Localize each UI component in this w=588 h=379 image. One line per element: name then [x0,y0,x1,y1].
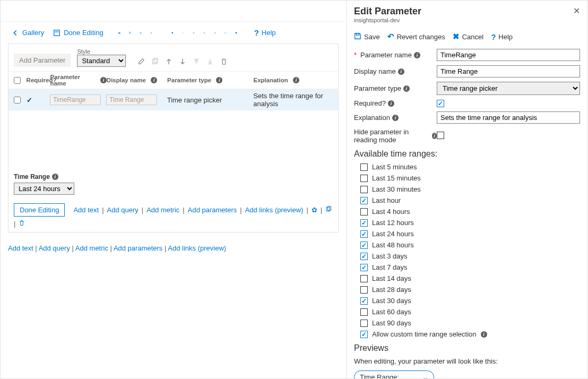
info-icon: i [388,100,394,107]
time-range-select[interactable]: Last 24 hours [14,183,74,195]
heart-icon[interactable] [232,29,240,37]
header-expl: Explanation [254,77,288,83]
info-icon: i [414,52,420,58]
display-name-input[interactable] [437,65,580,77]
time-range-checkbox[interactable] [360,230,368,238]
help-button[interactable]: ?Help [491,32,513,41]
close-x-icon[interactable] [179,29,187,37]
time-range-item: Last 7 days [360,263,580,271]
info-icon: i [481,331,487,338]
time-range-item: Last 48 hours [360,241,580,249]
save-icon [354,32,361,41]
move-bottom-icon[interactable] [206,58,214,67]
time-range-item: Last 28 days [360,286,580,294]
time-range-checkbox[interactable] [360,253,368,260]
time-range-checkbox[interactable] [360,186,368,193]
time-range-checkbox[interactable] [360,175,368,182]
required-checkbox[interactable] [437,100,444,107]
svg-rect-1 [55,31,59,32]
table-row[interactable]: ✓ Time range picker Sets the time range … [8,89,338,110]
explanation-input[interactable] [437,111,580,124]
copy-icon[interactable] [151,58,159,67]
add-links-link[interactable]: Add links (preview) [245,206,304,214]
down-icon[interactable] [179,58,186,67]
pin-icon[interactable] [211,29,219,37]
time-range-checkbox[interactable] [360,163,368,171]
style-select[interactable]: Standard [77,55,126,67]
select-all-checkbox[interactable] [14,77,21,84]
time-range-label: Last 60 days [372,308,411,316]
gallery-button[interactable]: Gallery [8,27,47,39]
add-text-link[interactable]: Add text [73,206,99,214]
parameter-name-input[interactable] [437,49,580,61]
info-icon: i [151,77,157,83]
time-range-label: Last 48 hours [372,241,414,249]
add-text-bottom[interactable]: Add text [8,244,33,252]
info-icon: i [100,77,106,83]
allow-custom-checkbox[interactable] [360,331,368,338]
preview-dropdown[interactable]: Time Range: ⌄ [354,371,434,378]
help-button[interactable]: ? Help [251,26,279,39]
save-icon[interactable] [126,29,134,37]
add-query-bottom[interactable]: Add query [39,244,70,252]
info-icon: i [403,85,410,92]
time-range-checkbox[interactable] [360,297,368,305]
svg-rect-2 [129,32,131,32]
done-editing-block-button[interactable]: Done Editing [14,203,65,217]
save-button[interactable]: Save [354,32,380,41]
hide-checkbox[interactable] [437,132,444,139]
info-icon: i [52,174,58,180]
time-range-checkbox[interactable] [360,320,368,327]
info-icon: i [398,68,404,75]
add-query-link[interactable]: Add query [107,206,139,214]
time-range-checkbox[interactable] [360,242,368,249]
row-ptype: Time range picker [163,96,249,104]
code-icon[interactable] [221,29,230,37]
add-metric-link[interactable]: Add metric [146,206,179,214]
trash-inline-icon[interactable] [19,220,25,228]
time-range-label: Last 3 days [372,252,408,260]
edit-icon[interactable] [137,58,145,67]
svg-rect-5 [153,59,157,64]
svg-point-4 [204,32,205,33]
bug-icon[interactable] [200,29,209,37]
refresh-icon[interactable] [189,29,198,37]
time-range-label: Last 12 hours [372,219,414,227]
arrow-left-icon [11,29,20,37]
parameter-type-select[interactable]: Time range picker [437,82,580,95]
time-range-checkbox[interactable] [360,308,368,316]
time-range-item: Last 4 hours [360,208,580,216]
add-parameters-bottom[interactable]: Add parameters [114,244,163,252]
time-range-checkbox[interactable] [360,264,368,271]
trash-icon[interactable] [220,58,228,67]
time-range-item: Last hour [360,196,580,204]
close-icon[interactable]: ✕ [573,6,580,16]
hide-label: Hide parameter in reading mode [354,128,430,144]
gear-icon[interactable] [147,29,155,37]
tag-icon[interactable] [168,29,177,37]
time-range-checkbox[interactable] [360,208,368,216]
time-ranges-list: Last 5 minutesLast 15 minutesLast 30 min… [360,163,580,327]
revert-button[interactable]: ↶Revert changes [387,32,445,41]
time-range-checkbox[interactable] [360,286,368,294]
move-top-icon[interactable] [193,58,200,67]
add-parameter-button[interactable]: Add Parameter [14,54,71,67]
settings-inline-icon[interactable]: ✿ [312,206,317,214]
done-editing-button[interactable]: Done Editing [49,27,106,39]
copy-inline-icon[interactable] [325,206,332,214]
block-action-row: Done Editing Add text| Add query| Add me… [8,199,338,232]
row-checkbox[interactable] [14,97,21,104]
add-metric-bottom[interactable]: Add metric [75,244,108,252]
time-range-checkbox[interactable] [360,219,368,227]
save-copy-icon[interactable] [136,29,145,37]
time-range-checkbox[interactable] [360,197,368,204]
time-range-checkbox[interactable] [360,275,368,282]
time-range-item: Last 12 hours [360,219,580,227]
row-dname [106,94,157,105]
add-links-bottom[interactable]: Add links (preview) [168,244,226,252]
cancel-button[interactable]: ✖Cancel [453,32,483,41]
up-icon[interactable] [165,58,172,67]
add-parameters-link[interactable]: Add parameters [188,206,237,214]
allow-custom-label: Allow custom time range selection [372,330,477,338]
folder-icon[interactable] [115,29,124,37]
